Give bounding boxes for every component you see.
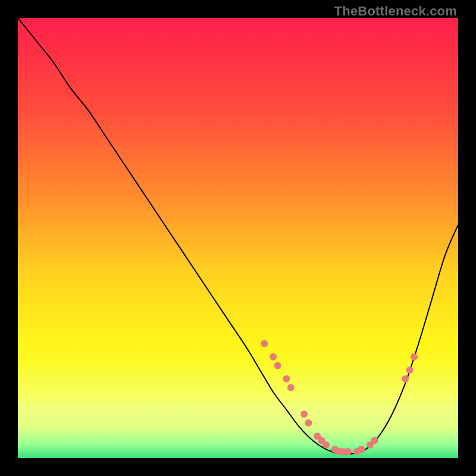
curve-dot [270, 353, 277, 361]
haze-band [18, 361, 458, 458]
curve-dot [322, 441, 330, 449]
curve-dot [402, 375, 409, 383]
curve-dot [300, 411, 308, 418]
curve-dot [283, 375, 290, 383]
curve-dot [358, 446, 365, 453]
curve-dot [406, 367, 414, 374]
chart-frame [18, 18, 458, 458]
curve-dot [261, 340, 268, 347]
bottleneck-chart [18, 18, 458, 458]
curve-dot [371, 437, 378, 444]
curve-dot [274, 362, 281, 369]
curve-dot [305, 419, 312, 427]
curve-dot [287, 384, 295, 392]
curve-dot [411, 353, 418, 361]
curve-dot [345, 448, 352, 455]
watermark-text: TheBottleneck.com [334, 4, 457, 19]
